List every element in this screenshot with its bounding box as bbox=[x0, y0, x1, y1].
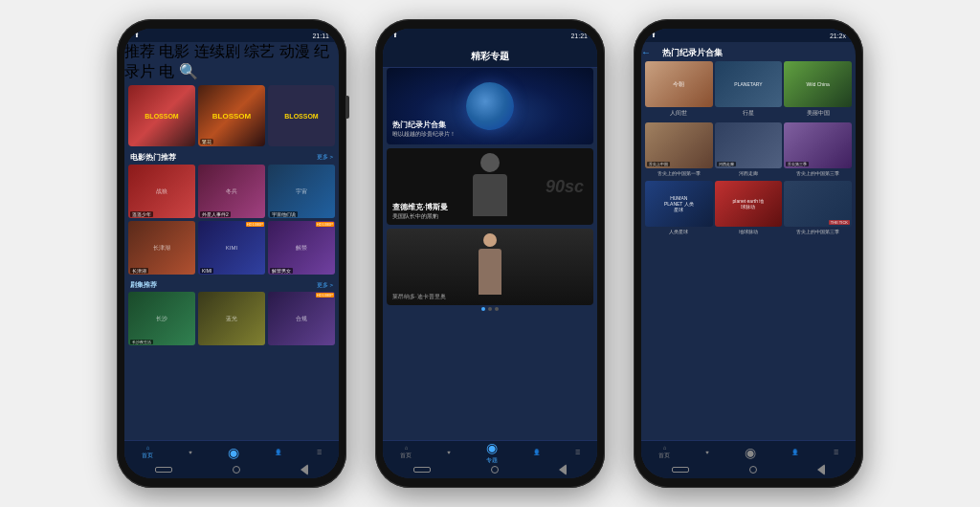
movie-card-1[interactable]: 冬兵 外星人事件2 bbox=[198, 165, 265, 218]
banner-left[interactable] bbox=[128, 85, 195, 146]
grid-item-7[interactable]: planet earth 地球脉动 bbox=[715, 181, 783, 227]
bottom-nav-fav[interactable]: ♥ bbox=[189, 450, 192, 455]
nav-home-3[interactable] bbox=[749, 466, 757, 474]
banner-right[interactable] bbox=[268, 85, 335, 146]
nav-home[interactable] bbox=[233, 466, 240, 474]
movie-title-6: 长沙夜生活 bbox=[130, 340, 153, 344]
bottom-nav-user-3[interactable]: 👤 bbox=[791, 449, 798, 455]
tab-more[interactable]: 电 bbox=[159, 63, 174, 79]
feature-person-desc: 美国队长中的黑豹 bbox=[392, 212, 448, 221]
grid-item-1[interactable]: PLANETARY bbox=[715, 61, 783, 107]
tab-movie[interactable]: 电影 bbox=[159, 43, 189, 59]
bottom-nav-3: ⌂ 首页 ♥ ◉ 👤 ☰ bbox=[641, 440, 856, 463]
blabel-0: 人类星球 bbox=[645, 229, 713, 234]
movie-card-2[interactable]: 宇宙 宇宙他们说 bbox=[268, 165, 335, 218]
feature-space[interactable]: 热门纪录片合集 唯以超越的珍贵纪录片！ bbox=[387, 68, 593, 144]
movie-overlay-0: 战狼 bbox=[156, 187, 167, 196]
search-icon[interactable]: 🔍 bbox=[179, 63, 198, 79]
bottom-nav-menu-2[interactable]: ☰ bbox=[575, 449, 580, 455]
dot-3 bbox=[495, 307, 499, 311]
grid-item-8[interactable]: THE TICK bbox=[784, 181, 852, 227]
content-scroll-1[interactable]: BLOSSOM 繁花 电影热门推荐 更多 > 战狼 遥遥少年 bbox=[124, 82, 339, 440]
movie-overlay-1: 冬兵 bbox=[226, 187, 237, 196]
bottom-nav-user-2[interactable]: 👤 bbox=[533, 449, 540, 455]
nav-recents[interactable] bbox=[301, 464, 308, 475]
bottom-nav-center[interactable]: ◉ bbox=[228, 445, 239, 460]
nav-back[interactable] bbox=[155, 467, 172, 473]
label-2: 美丽中国 bbox=[784, 109, 852, 118]
grid-item-0[interactable]: 今朝 bbox=[645, 61, 713, 107]
topic-icon: ◉ bbox=[486, 440, 498, 455]
feature-actor[interactable]: 莱昂纳多·迪卡普里奥 bbox=[387, 229, 593, 305]
status-icons-left-2: ⬆ bbox=[392, 32, 398, 39]
grid-item-4[interactable]: 河西走廊 bbox=[715, 122, 783, 168]
feature-space-overlay: 热门纪录片合集 唯以超越的珍贵纪录片！ bbox=[392, 120, 588, 139]
movie-title-4: KIMI bbox=[200, 268, 213, 274]
bottom-nav-menu-3[interactable]: ☰ bbox=[834, 449, 838, 455]
phone-2: ⬆ 21:21 精彩专题 热门纪录片合集 唯以超越的珍贵纪录片！ 90sc bbox=[375, 19, 605, 488]
nav-back-3[interactable] bbox=[672, 467, 689, 473]
bottom-nav-user[interactable]: 👤 bbox=[275, 449, 281, 455]
tab-recommend[interactable]: 推荐 bbox=[124, 43, 155, 59]
bottom-nav-menu[interactable]: ☰ bbox=[317, 449, 322, 455]
movie-card-7[interactable]: 蓝光 bbox=[198, 292, 265, 345]
nav-home-2[interactable] bbox=[491, 466, 499, 474]
content-scroll-2[interactable]: 热门纪录片合集 唯以超越的珍贵纪录片！ 90sc 查德维克·博斯曼 美国队长中的… bbox=[383, 68, 597, 440]
section-header-1: 电影热门推荐 更多 > bbox=[124, 149, 339, 165]
bottom-nav-home[interactable]: ⌂ 首页 bbox=[142, 445, 153, 460]
movie-card-8[interactable]: 合规 HD1080P bbox=[268, 292, 335, 345]
person-head bbox=[480, 153, 500, 172]
home-icon-2: ⌂ bbox=[405, 445, 409, 451]
nav-recents-2[interactable] bbox=[559, 464, 567, 475]
bottom-nav-topic-3[interactable]: ◉ bbox=[745, 445, 756, 460]
movie-card-0[interactable]: 战狼 遥遥少年 bbox=[128, 165, 195, 218]
home-label-3: 首页 bbox=[658, 452, 670, 460]
mid-grid: 舌尖上中国 河西走廊 舌尖第三季 bbox=[641, 121, 856, 170]
tab-bar-1[interactable]: 推荐 电影 连续剧 综艺 动漫 纪录片 电 🔍 bbox=[124, 42, 339, 82]
feature-person[interactable]: 90sc 查德维克·博斯曼 美国队长中的黑豹 bbox=[387, 148, 593, 225]
content-scroll-3[interactable]: 今朝 PLANETARY Wild China 人间世 行星 美丽中国 舌尖上中… bbox=[641, 59, 856, 440]
feature-person-title: 查德维克·博斯曼 bbox=[392, 202, 448, 212]
tab-anime[interactable]: 动漫 bbox=[279, 43, 310, 59]
movie-title-2: 宇宙他们说 bbox=[270, 211, 298, 217]
nav-recents-3[interactable] bbox=[817, 464, 825, 475]
menu-icon-3: ☰ bbox=[834, 449, 838, 455]
grid-item-2[interactable]: Wild China bbox=[784, 61, 852, 107]
bottom-nav-topic[interactable]: ◉ 专题 bbox=[486, 440, 498, 465]
phone-1: ⬆ 21:11 推荐 电影 连续剧 综艺 动漫 纪录片 电 🔍 BLOSSOM bbox=[117, 19, 346, 488]
phone-3-screen: ⬆ 21:2x ← 热门纪录片合集 今朝 PLANETARY Wild Chin… bbox=[641, 29, 856, 478]
back-button[interactable]: ← bbox=[641, 47, 651, 57]
movie-card-4[interactable]: KIMI HD1080P KIMI bbox=[198, 221, 265, 275]
fav-icon: ♥ bbox=[189, 450, 192, 455]
movie-card-3[interactable]: 长津湖 长津湖 bbox=[128, 221, 195, 275]
movie-overlay-2: 宇宙 bbox=[296, 187, 307, 196]
nav-back-2[interactable] bbox=[413, 467, 431, 473]
movie-title-1: 外星人事件2 bbox=[200, 211, 231, 217]
movie-card-6[interactable]: 长沙 长沙夜生活 bbox=[128, 292, 195, 345]
bottom-nav-home-3[interactable]: ⌂ 首页 bbox=[658, 445, 670, 460]
bottom-nav-home-2[interactable]: ⌂ 首页 bbox=[400, 445, 412, 460]
movie-grid-1: 战狼 遥遥少年 冬兵 外星人事件2 宇宙 宇宙他们说 长津湖 长津湖 KIMI bbox=[124, 165, 339, 277]
section-more-2[interactable]: 更多 > bbox=[317, 281, 333, 290]
section-header-2: 剧集推荐 更多 > bbox=[124, 277, 339, 292]
grid-item-6[interactable]: HUMAN PLANET 人类星球 bbox=[645, 181, 713, 227]
section-more-1[interactable]: 更多 > bbox=[317, 153, 333, 162]
hd-badge-8: HD1080P bbox=[316, 293, 334, 298]
tab-series[interactable]: 连续剧 bbox=[194, 43, 240, 59]
grid-item-3[interactable]: 舌尖上中国 bbox=[645, 122, 713, 168]
mlabel-0: 舌尖上的中国第一季 bbox=[645, 170, 713, 176]
section-title-2: 剧集推荐 bbox=[130, 280, 157, 290]
android-nav-3 bbox=[641, 463, 856, 478]
bottom-nav-fav-3[interactable]: ♥ bbox=[705, 450, 709, 455]
banner-mid[interactable]: BLOSSOM 繁花 bbox=[198, 85, 265, 146]
menu-icon-2: ☰ bbox=[575, 449, 580, 455]
tab-variety[interactable]: 综艺 bbox=[244, 43, 275, 59]
bottom-nav-fav-2[interactable]: ♥ bbox=[447, 450, 451, 455]
movie-card-5[interactable]: 解禁 HD1080P 解禁男女 bbox=[268, 221, 335, 275]
grid-item-5[interactable]: 舌尖第三季 bbox=[784, 122, 852, 168]
page-header-3: ← 热门纪录片合集 bbox=[641, 42, 856, 59]
center-icon: ◉ bbox=[228, 445, 239, 460]
movie-overlay-4: KIMI bbox=[226, 245, 237, 251]
phone-3: ⬆ 21:2x ← 热门纪录片合集 今朝 PLANETARY Wild Chin… bbox=[634, 19, 863, 488]
movie-title-5: 解禁男女 bbox=[270, 268, 293, 274]
